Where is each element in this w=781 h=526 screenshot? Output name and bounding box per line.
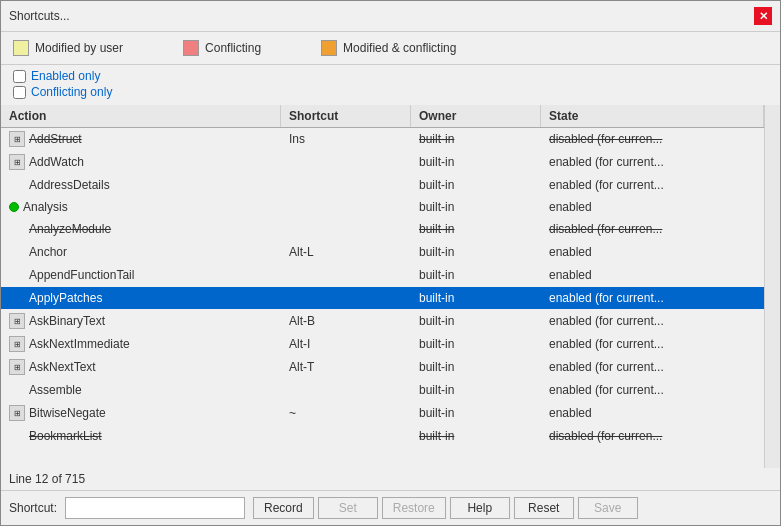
- table-row[interactable]: ApplyPatchesbuilt-inenabled (for current…: [1, 287, 764, 310]
- bottom-buttons: RecordSetRestoreHelpResetSave: [253, 497, 638, 519]
- table-row[interactable]: AppendFunctionTailbuilt-inenabled: [1, 264, 764, 287]
- owner-cell-9: built-in: [411, 333, 541, 355]
- action-icon: ⊞: [9, 313, 25, 329]
- state-cell-7: enabled (for current...: [541, 287, 764, 309]
- icon-spacer: [9, 267, 25, 283]
- legend-swatch-2: [321, 40, 337, 56]
- state-cell-11: enabled (for current...: [541, 379, 764, 401]
- table-row[interactable]: Assemblebuilt-inenabled (for current...: [1, 379, 764, 402]
- action-cell-6: AppendFunctionTail: [1, 264, 281, 286]
- shortcut-cell-6: [281, 264, 411, 286]
- action-cell-5: Anchor: [1, 241, 281, 263]
- action-icon: ⊞: [9, 359, 25, 375]
- table-scroll[interactable]: ⊞AddStructInsbuilt-indisabled (for curre…: [1, 128, 764, 465]
- legend-swatch-0: [13, 40, 29, 56]
- legend-area: Modified by userConflictingModified & co…: [1, 32, 780, 65]
- legend-label-0: Modified by user: [35, 41, 123, 55]
- filter-label-0: Enabled only: [31, 69, 100, 83]
- legend-label-2: Modified & conflicting: [343, 41, 456, 55]
- record-button[interactable]: Record: [253, 497, 314, 519]
- table-row[interactable]: ⊞AskNextImmediateAlt-Ibuilt-inenabled (f…: [1, 333, 764, 356]
- action-icon: ⊞: [9, 154, 25, 170]
- action-icon: ⊞: [9, 336, 25, 352]
- owner-cell-8: built-in: [411, 310, 541, 332]
- table-row[interactable]: ⊞BitwiseNegate~built-inenabled: [1, 402, 764, 425]
- table-row[interactable]: ⊞AddStructInsbuilt-indisabled (for curre…: [1, 128, 764, 151]
- legend-label-1: Conflicting: [205, 41, 261, 55]
- state-cell-6: enabled: [541, 264, 764, 286]
- owner-cell-13: built-in: [411, 425, 541, 447]
- owner-cell-0: built-in: [411, 128, 541, 150]
- header-cell-2: Owner: [411, 105, 541, 127]
- state-cell-0: disabled (for curren...: [541, 128, 764, 150]
- table-row[interactable]: Analysisbuilt-inenabled: [1, 197, 764, 218]
- state-cell-12: enabled: [541, 402, 764, 424]
- filter-checkbox-0[interactable]: [13, 70, 26, 83]
- legend-item-0: Modified by user: [13, 40, 123, 56]
- action-icon: ⊞: [9, 131, 25, 147]
- action-text-1: AddWatch: [29, 155, 84, 169]
- close-button[interactable]: ✕: [754, 7, 772, 25]
- table-row[interactable]: ⊞AddWatchbuilt-inenabled (for current...: [1, 151, 764, 174]
- owner-cell-2: built-in: [411, 174, 541, 196]
- state-cell-13: disabled (for curren...: [541, 425, 764, 447]
- state-cell-1: enabled (for current...: [541, 151, 764, 173]
- status-bar: Line 12 of 715: [1, 468, 780, 490]
- reset-button[interactable]: Reset: [514, 497, 574, 519]
- table-row[interactable]: ⊞AskBinaryTextAlt-Bbuilt-inenabled (for …: [1, 310, 764, 333]
- owner-cell-6: built-in: [411, 264, 541, 286]
- action-cell-7: ApplyPatches: [1, 287, 281, 309]
- state-cell-4: disabled (for curren...: [541, 218, 764, 240]
- action-cell-10: ⊞AskNextText: [1, 356, 281, 378]
- green-dot-icon: [9, 202, 19, 212]
- shortcuts-window: Shortcuts... ✕ Modified by userConflicti…: [0, 0, 781, 526]
- action-text-9: AskNextImmediate: [29, 337, 130, 351]
- set-button: Set: [318, 497, 378, 519]
- title-bar: Shortcuts... ✕: [1, 1, 780, 32]
- action-text-0: AddStruct: [29, 132, 82, 146]
- header-cell-3: State: [541, 105, 764, 127]
- state-cell-3: enabled: [541, 197, 764, 217]
- shortcut-cell-1: [281, 151, 411, 173]
- action-text-3: Analysis: [23, 200, 68, 214]
- owner-cell-5: built-in: [411, 241, 541, 263]
- table-row[interactable]: AnalyzeModulebuilt-indisabled (for curre…: [1, 218, 764, 241]
- shortcut-cell-3: [281, 197, 411, 217]
- action-cell-8: ⊞AskBinaryText: [1, 310, 281, 332]
- help-button[interactable]: Help: [450, 497, 510, 519]
- filter-row-0: Enabled only: [13, 69, 768, 83]
- header-cell-0: Action: [1, 105, 281, 127]
- action-text-10: AskNextText: [29, 360, 96, 374]
- action-text-11: Assemble: [29, 383, 82, 397]
- table-row[interactable]: AnchorAlt-Lbuilt-inenabled: [1, 241, 764, 264]
- table-header: ActionShortcutOwnerState: [1, 105, 764, 128]
- owner-cell-1: built-in: [411, 151, 541, 173]
- filter-checkbox-1[interactable]: [13, 86, 26, 99]
- owner-cell-12: built-in: [411, 402, 541, 424]
- action-cell-2: AddressDetails: [1, 174, 281, 196]
- action-cell-13: BookmarkList: [1, 425, 281, 447]
- header-cell-1: Shortcut: [281, 105, 411, 127]
- action-text-4: AnalyzeModule: [29, 222, 111, 236]
- action-cell-12: ⊞BitwiseNegate: [1, 402, 281, 424]
- shortcut-cell-12: ~: [281, 402, 411, 424]
- shortcut-input[interactable]: [65, 497, 245, 519]
- table-row[interactable]: AddressDetailsbuilt-inenabled (for curre…: [1, 174, 764, 197]
- window-title: Shortcuts...: [9, 9, 70, 23]
- state-cell-10: enabled (for current...: [541, 356, 764, 378]
- shortcut-cell-10: Alt-T: [281, 356, 411, 378]
- table-row[interactable]: BookmarkListbuilt-indisabled (for curren…: [1, 425, 764, 448]
- filter-area: Enabled onlyConflicting only: [1, 65, 780, 105]
- icon-spacer: [9, 428, 25, 444]
- state-cell-5: enabled: [541, 241, 764, 263]
- filter-row-1: Conflicting only: [13, 85, 768, 99]
- save-button: Save: [578, 497, 638, 519]
- state-cell-2: enabled (for current...: [541, 174, 764, 196]
- table-row[interactable]: ⊞AskNextTextAlt-Tbuilt-inenabled (for cu…: [1, 356, 764, 379]
- action-text-12: BitwiseNegate: [29, 406, 106, 420]
- owner-cell-4: built-in: [411, 218, 541, 240]
- icon-spacer: [9, 382, 25, 398]
- action-text-7: ApplyPatches: [29, 291, 102, 305]
- scrollbar[interactable]: [764, 105, 780, 468]
- bottom-bar: Shortcut: RecordSetRestoreHelpResetSave: [1, 490, 780, 525]
